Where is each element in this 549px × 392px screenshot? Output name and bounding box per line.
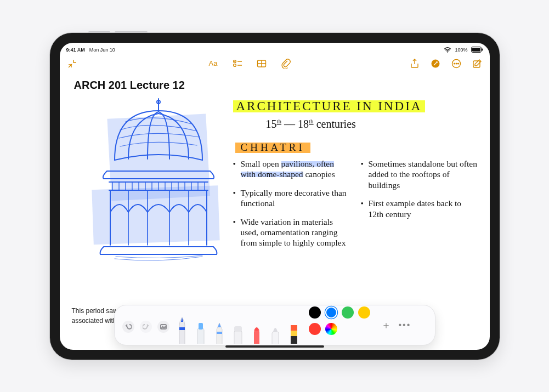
svg-rect-25 <box>199 323 203 329</box>
svg-point-14 <box>456 63 457 64</box>
redo-button[interactable] <box>140 321 152 333</box>
svg-rect-16 <box>473 61 480 67</box>
wifi-icon <box>444 47 451 53</box>
status-date: Mon Jun 10 <box>89 47 115 53</box>
svg-rect-26 <box>217 332 222 334</box>
ipad-screen: 9:41 AM Mon Jun 10 100% Aa <box>60 43 490 350</box>
image-button[interactable] <box>157 321 169 333</box>
add-tool-icon[interactable]: ＋ <box>381 319 391 332</box>
svg-point-0 <box>447 51 448 52</box>
svg-point-15 <box>457 63 459 64</box>
status-bar: 9:41 AM Mon Jun 10 100% <box>60 43 490 55</box>
bullet-column-1: Small open pavilions, often with dome-sh… <box>233 158 350 256</box>
sketch-chhatri <box>76 94 246 286</box>
color-palette <box>304 306 378 344</box>
svg-rect-24 <box>197 328 204 344</box>
share-icon[interactable] <box>410 59 420 69</box>
tool-ruler[interactable] <box>287 321 301 344</box>
svg-rect-33 <box>291 331 297 336</box>
svg-rect-18 <box>92 185 219 245</box>
color-green[interactable] <box>342 306 354 319</box>
more-icon[interactable] <box>451 59 461 69</box>
table-icon[interactable] <box>257 59 267 69</box>
exit-fullscreen-icon[interactable] <box>67 59 77 69</box>
color-yellow[interactable] <box>358 306 370 319</box>
markup-icon[interactable] <box>431 59 440 69</box>
pencilkit-tool-tray[interactable]: ＋ ••• <box>114 305 435 345</box>
drawing-tools <box>172 305 304 344</box>
color-red[interactable] <box>309 323 321 335</box>
tool-brush[interactable] <box>268 321 282 344</box>
checklist-icon[interactable] <box>233 59 242 69</box>
notes-toolbar: Aa <box>60 55 490 72</box>
svg-rect-3 <box>482 49 483 51</box>
svg-rect-30 <box>272 332 279 344</box>
note-heading: ARCHITECTURE IN INDIA <box>233 99 426 115</box>
note-subheading: 15th — 18th centuries <box>266 117 478 131</box>
battery-percent: 100% <box>455 47 467 53</box>
note-title: ARCH 201 Lecture 12 <box>74 79 478 92</box>
color-black[interactable] <box>309 306 321 319</box>
battery-icon <box>471 47 483 53</box>
home-indicator[interactable] <box>225 345 324 348</box>
tool-eraser[interactable] <box>231 321 245 344</box>
tool-marker[interactable] <box>194 321 208 344</box>
svg-rect-23 <box>179 327 185 330</box>
svg-rect-2 <box>472 48 480 52</box>
compose-icon[interactable] <box>472 59 482 69</box>
svg-rect-29 <box>254 331 259 344</box>
svg-rect-27 <box>234 331 242 344</box>
svg-point-13 <box>454 63 455 64</box>
status-time: 9:41 AM <box>66 47 85 53</box>
undo-button[interactable] <box>122 321 134 333</box>
bullet-column-2: Sometimes standalone but often added to … <box>361 158 478 256</box>
text-format-icon[interactable]: Aa <box>208 59 218 69</box>
svg-point-6 <box>233 64 236 66</box>
tool-pencil[interactable] <box>212 321 227 344</box>
note-section: CHHATRI <box>235 141 310 154</box>
svg-rect-32 <box>291 325 297 331</box>
svg-rect-28 <box>234 326 242 332</box>
color-picker[interactable] <box>325 323 337 335</box>
tool-more-icon[interactable]: ••• <box>399 320 411 330</box>
attachment-icon[interactable] <box>281 59 291 69</box>
ipad-device-frame: 9:41 AM Mon Jun 10 100% Aa <box>50 33 500 360</box>
tool-pen[interactable] <box>175 314 189 344</box>
handwritten-notes: ARCHITECTURE IN INDIA 15th — 18th centur… <box>233 99 478 256</box>
tool-crayon[interactable] <box>250 321 264 344</box>
color-blue[interactable] <box>325 306 337 319</box>
